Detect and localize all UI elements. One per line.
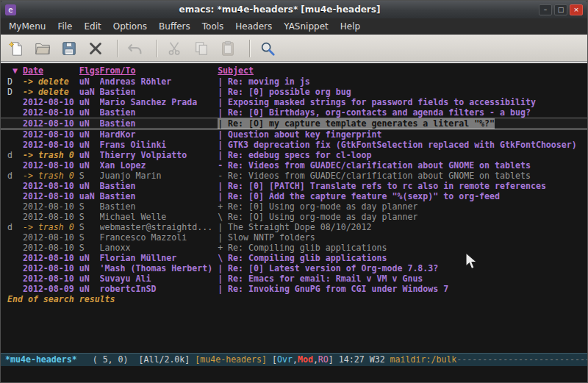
message-from: Bastien bbox=[100, 87, 218, 97]
modeline-segment: [mu4e-headers] bbox=[195, 354, 267, 365]
echo-area[interactable] bbox=[1, 366, 587, 382]
modeline-segment: [All/2.0k] bbox=[139, 354, 196, 365]
message-row[interactable]: 2012-08-10uNBastien| Re: [0] [PATCH] Tra… bbox=[1, 181, 587, 191]
message-subject: | GTK3 deprecation fix (GtkFontSelection… bbox=[218, 140, 577, 150]
undo-icon[interactable] bbox=[124, 38, 146, 59]
menu-item-options[interactable]: Options bbox=[107, 20, 153, 33]
message-flags: S bbox=[79, 212, 100, 222]
modeline-segment: Ovr bbox=[277, 354, 293, 365]
message-date: 2012-08-10 bbox=[23, 118, 79, 129]
message-row[interactable]: 2012-08-10SFrancesco Mazzoli| Slow NNTP … bbox=[1, 232, 587, 243]
window-title: emacs: *mu4e-headers* [mu4e-headers] bbox=[21, 4, 539, 15]
copy-icon[interactable] bbox=[190, 38, 212, 59]
message-row[interactable]: 2012-08-10uNMario Sanchez Prada| Exposin… bbox=[1, 97, 587, 107]
window-titlebar: e emacs: *mu4e-headers* [mu4e-headers] –… bbox=[1, 1, 587, 18]
message-flags: uN bbox=[79, 253, 100, 263]
new-file-icon[interactable] bbox=[5, 38, 27, 59]
message-row[interactable]: 2012-08-09uNrobertcInSD| Re: Invoking Gn… bbox=[1, 284, 587, 294]
message-row[interactable]: 2012-08-10SBastien+ Re: [0] Using org-mo… bbox=[1, 201, 587, 212]
message-mark: d bbox=[7, 150, 23, 160]
message-subject: + Re: Compiling glib applications bbox=[218, 243, 387, 253]
message-row[interactable]: 2012-08-10uN'Mash (Thomas Herbert)| Re: … bbox=[1, 263, 587, 273]
menu-item-buffers[interactable]: Buffers bbox=[153, 20, 196, 33]
modeline-segment: ] bbox=[329, 354, 339, 365]
message-date: 2012-08-10 bbox=[23, 191, 79, 201]
message-row[interactable]: D-> deleteuNAndreas Röhler| Re: moving i… bbox=[1, 76, 587, 87]
message-flags: S bbox=[79, 243, 100, 253]
column-header-flags[interactable]: Flgs bbox=[79, 65, 100, 76]
minimize-button[interactable]: – bbox=[539, 4, 552, 15]
message-row[interactable]: 2012-08-10uNFlorian Müllner\ Re: Compili… bbox=[1, 253, 587, 263]
message-date: -> delete bbox=[23, 87, 79, 97]
message-row[interactable]: 2012-08-10SLanoxx+ Re: Compiling glib ap… bbox=[1, 243, 587, 253]
column-header-subject[interactable]: Subject bbox=[218, 65, 254, 76]
maximize-button[interactable]: □ bbox=[554, 4, 567, 15]
message-subject: \ Re: [O] Using org-mode as day planner bbox=[218, 212, 417, 222]
mode-line: *mu4e-headers* ( 5, 0) [All/2.0k] [mu4e-… bbox=[1, 353, 587, 366]
message-subject: | Re: edebug specs for cl-loop bbox=[218, 150, 371, 160]
message-from: Bastien bbox=[100, 191, 218, 201]
message-subject: | Exposing masked strings for password f… bbox=[218, 97, 536, 107]
message-from: Bastien bbox=[100, 201, 218, 212]
message-date: 2012-08-10 bbox=[23, 160, 79, 171]
close-buffer-icon[interactable] bbox=[85, 38, 107, 59]
message-flags: uN bbox=[79, 181, 100, 191]
message-row[interactable]: 2012-08-10uNBastien| Re: [0] Birthdays, … bbox=[1, 107, 587, 118]
menu-item-tools[interactable]: Tools bbox=[196, 20, 230, 33]
menu-item-mymenu[interactable]: MyMenu bbox=[3, 20, 51, 33]
open-folder-icon[interactable] bbox=[32, 38, 54, 59]
search-icon[interactable] bbox=[257, 38, 279, 59]
menu-item-edit[interactable]: Edit bbox=[79, 20, 107, 33]
message-row[interactable]: 2012-08-10SMichael Welle\ Re: [O] Using … bbox=[1, 212, 587, 222]
modeline-segment: -------------------------------- bbox=[456, 354, 587, 365]
message-from: robertcInSD bbox=[100, 284, 218, 294]
cut-icon[interactable] bbox=[164, 38, 186, 59]
end-of-results-text: End of search results bbox=[7, 294, 115, 304]
message-row[interactable]: 2012-08-10uNSuvayu Ali| Re: Emacs for em… bbox=[1, 273, 587, 284]
menu-item-headers[interactable]: Headers bbox=[229, 20, 278, 33]
column-header-from[interactable]: From/To bbox=[100, 65, 218, 76]
emacs-window: e emacs: *mu4e-headers* [mu4e-headers] –… bbox=[0, 0, 588, 383]
message-subject: | Slow NNTP folders bbox=[218, 232, 315, 243]
message-date: 2012-08-10 bbox=[23, 253, 79, 263]
message-from: Xan Lopez bbox=[100, 160, 218, 171]
menu-item-help[interactable]: Help bbox=[334, 20, 366, 33]
message-flags: S bbox=[79, 201, 100, 212]
message-subject: | Re: [0] possible org bug bbox=[218, 87, 351, 97]
message-from: Bastien bbox=[100, 107, 218, 118]
message-subject: - Re: Videos from GUADEC/clarification a… bbox=[218, 160, 531, 171]
message-date: 2012-08-10 bbox=[23, 212, 79, 222]
message-flags: uN bbox=[79, 97, 100, 107]
message-date: 2012-08-10 bbox=[23, 129, 79, 140]
message-row[interactable]: D-> deleteuaNBastien| Re: [0] possible o… bbox=[1, 87, 587, 97]
message-row[interactable]: 2012-08-10uNBastien| Re: [O] my capture … bbox=[1, 118, 587, 129]
message-from: Lanoxx bbox=[100, 243, 218, 253]
message-from: Suvayu Ali bbox=[100, 273, 218, 284]
message-subject: | Re: [0] Birthdays, org-contacts and ag… bbox=[218, 107, 531, 118]
column-header-date[interactable]: Date bbox=[23, 65, 79, 76]
message-subject: | Re: moving in js bbox=[218, 76, 310, 87]
message-subject: | Re: Emacs for email: Rmail v VM v Gnus bbox=[218, 273, 423, 284]
message-date: 2012-08-10 bbox=[23, 263, 79, 273]
message-date: -> trash 0 bbox=[23, 171, 79, 181]
message-row[interactable]: 2012-08-10uaNBastien| Re: [0] Add the ca… bbox=[1, 191, 587, 201]
message-list: D-> deleteuNAndreas Röhler| Re: moving i… bbox=[1, 76, 587, 294]
message-row[interactable]: 2012-08-10uNFrans Oilinki| GTK3 deprecat… bbox=[1, 140, 587, 150]
message-row[interactable]: d-> trash 0Swebmaster@straightd...| The … bbox=[1, 222, 587, 232]
menu-item-file[interactable]: File bbox=[51, 20, 78, 33]
message-row[interactable]: d-> trash 0SJuanjo Marin- Re: Videos fro… bbox=[1, 171, 587, 181]
close-button[interactable]: × bbox=[570, 4, 583, 15]
message-subject: | Re: [0] [PATCH] Translate refs to rc a… bbox=[218, 181, 546, 191]
message-flags: uN bbox=[79, 160, 100, 171]
message-row[interactable]: 2012-08-10uNXan Lopez- Re: Videos from G… bbox=[1, 160, 587, 171]
menu-item-yasnippet[interactable]: YASnippet bbox=[278, 20, 334, 33]
modeline-segment: Mod bbox=[298, 354, 313, 365]
save-icon[interactable] bbox=[58, 38, 80, 59]
paste-icon[interactable] bbox=[217, 38, 239, 59]
message-from: Michael Welle bbox=[100, 212, 218, 222]
message-from: Frans Oilinki bbox=[100, 140, 218, 150]
message-row[interactable]: 2012-08-10uNHardKor| Question about key … bbox=[1, 129, 587, 140]
message-subject: \ Re: Compiling glib applications bbox=[218, 253, 387, 263]
message-row[interactable]: d-> trash 0uNThierry Volpiatto| Re: edeb… bbox=[1, 150, 587, 160]
message-from: webmaster@straightd... bbox=[100, 222, 218, 232]
